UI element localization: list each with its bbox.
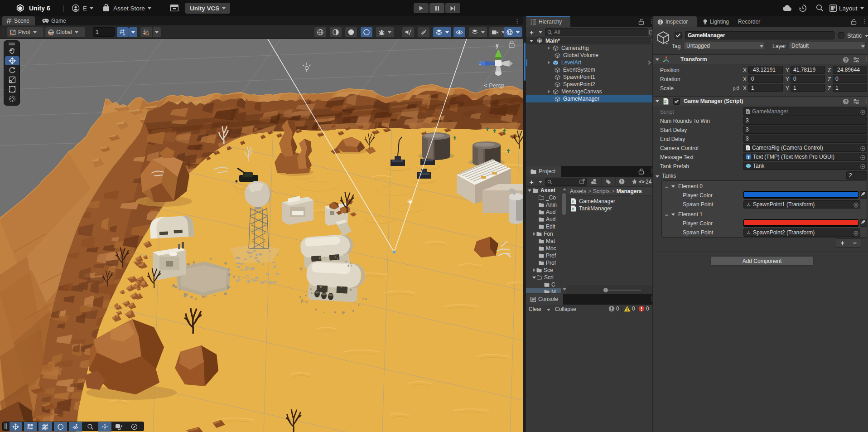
svg-text:Y: Y xyxy=(123,32,125,36)
svg-text:y: y xyxy=(496,42,499,49)
svg-text:#: # xyxy=(664,99,667,104)
svg-text:#: # xyxy=(572,199,574,204)
svg-text:?: ? xyxy=(844,99,847,104)
svg-text:< Persp: < Persp xyxy=(484,82,504,89)
svg-text:T: T xyxy=(747,155,750,160)
svg-text:?: ? xyxy=(844,58,847,63)
svg-text:#: # xyxy=(572,207,574,211)
